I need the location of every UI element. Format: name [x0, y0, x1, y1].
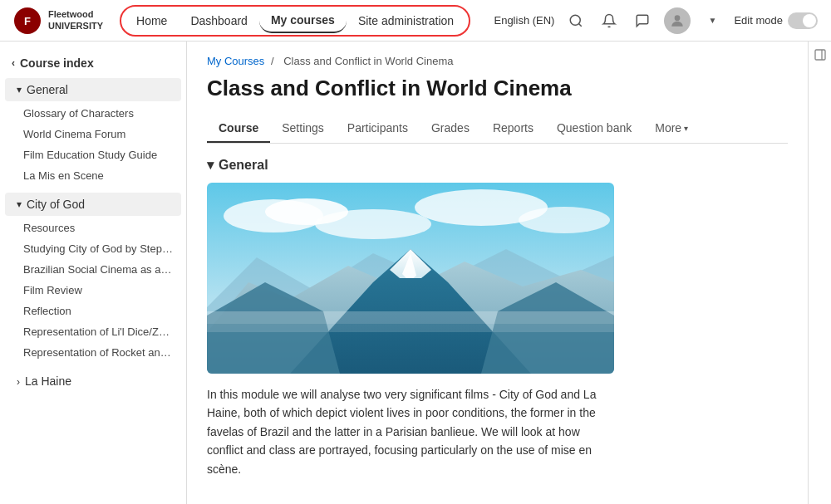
section-la-haine-label: La Haine	[25, 374, 71, 388]
main-content: My Courses / Class and Conflict in World…	[187, 42, 808, 504]
breadcrumb: My Courses / Class and Conflict in World…	[207, 55, 788, 67]
sidebar-item-brazilian[interactable]: Brazilian Social Cinema as act ...	[0, 259, 186, 280]
sidebar-item-glossary[interactable]: Glossary of Characters	[0, 103, 186, 124]
university-logo-icon: F	[13, 7, 42, 35]
general-section-chevron-icon: ▾	[207, 157, 214, 173]
main-nav: Home Dashboard My courses Site administr…	[120, 5, 470, 37]
sidebar-item-reflection[interactable]: Reflection	[0, 301, 186, 321]
header: F Fleetwood UNIVERSITY Home Dashboard My…	[0, 0, 831, 42]
tab-participants[interactable]: Participants	[336, 115, 420, 143]
sidebar-item-representation-rocket[interactable]: Representation of Rocket and B...	[0, 342, 186, 363]
tab-question-bank[interactable]: Question bank	[545, 115, 643, 143]
general-chevron-icon: ▾	[17, 84, 22, 95]
nav-site-administration[interactable]: Site administration	[347, 9, 465, 32]
sidebar-item-resources[interactable]: Resources	[0, 218, 186, 238]
sidebar-item-studying[interactable]: Studying City of God by Stepha...	[0, 238, 186, 259]
svg-point-2	[571, 15, 581, 25]
messages-button[interactable]	[631, 9, 654, 32]
logo-text: Fleetwood UNIVERSITY	[48, 9, 103, 31]
svg-text:F: F	[24, 15, 31, 27]
svg-rect-18	[207, 311, 614, 324]
svg-rect-20	[815, 50, 825, 60]
search-button[interactable]	[564, 9, 588, 32]
user-menu-chevron[interactable]: ▼	[701, 9, 724, 32]
panel-icon	[814, 48, 827, 61]
course-image	[207, 183, 614, 374]
nav-my-courses[interactable]: My courses	[259, 8, 347, 33]
mountain-image-svg	[207, 183, 614, 374]
svg-line-3	[579, 23, 582, 26]
nav-home[interactable]: Home	[125, 9, 179, 32]
tab-more-chevron-icon: ▾	[684, 124, 688, 133]
course-tabs: Course Settings Participants Grades Repo…	[207, 115, 788, 144]
la-haine-chevron-icon: ›	[17, 374, 20, 388]
tab-course[interactable]: Course	[207, 115, 270, 143]
breadcrumb-my-courses[interactable]: My Courses	[207, 55, 264, 67]
sidebar-item-film-review[interactable]: Film Review	[0, 280, 186, 301]
tab-settings[interactable]: Settings	[270, 115, 336, 143]
section-city-of-god[interactable]: ▾ City of God	[5, 193, 181, 216]
logo[interactable]: F Fleetwood UNIVERSITY	[13, 7, 103, 35]
sidebar-item-representation-dice[interactable]: Representation of Li'l Dice/ZéQ...	[0, 321, 186, 342]
notifications-button[interactable]	[597, 9, 621, 32]
svg-point-4	[675, 15, 681, 21]
course-index-chevron-icon: ‹	[12, 57, 15, 69]
sidebar: ‹ Course index ▾ General Glossary of Cha…	[0, 42, 187, 504]
course-description: In this module we will analyse two very …	[207, 385, 614, 478]
nav-dashboard[interactable]: Dashboard	[179, 9, 259, 32]
tab-reports[interactable]: Reports	[481, 115, 545, 143]
section-general[interactable]: ▾ General	[5, 78, 181, 101]
sidebar-item-forum[interactable]: World Cinema Forum	[0, 124, 186, 144]
sidebar-item-mise-en-scene[interactable]: La Mis en Scene	[0, 165, 186, 186]
right-panel-toggle[interactable]	[808, 42, 831, 504]
tab-more[interactable]: More ▾	[643, 115, 700, 143]
edit-mode-toggle[interactable]: Edit mode	[734, 12, 818, 29]
city-of-god-chevron-icon: ▾	[17, 198, 22, 210]
user-avatar[interactable]	[664, 7, 691, 34]
language-selector[interactable]: English (EN)	[494, 14, 554, 27]
general-section-title: General	[219, 158, 268, 173]
breadcrumb-separator: /	[271, 55, 274, 67]
course-index-header[interactable]: ‹ Course index	[0, 50, 186, 76]
tab-grades[interactable]: Grades	[420, 115, 481, 143]
header-right: English (EN) ▼ Edit mode	[494, 7, 818, 34]
course-index-label: Course index	[20, 56, 94, 70]
section-general-label: General	[27, 83, 68, 96]
section-la-haine[interactable]: › La Haine	[5, 369, 181, 393]
svg-point-10	[519, 207, 610, 233]
svg-point-8	[315, 209, 431, 239]
breadcrumb-current: Class and Conflict in World Cinema	[283, 55, 453, 67]
toggle-knob	[803, 14, 816, 27]
page-title: Class and Conflict in World Cinema	[207, 76, 788, 101]
main-layout: ‹ Course index ▾ General Glossary of Cha…	[0, 42, 831, 504]
section-city-of-god-label: City of God	[27, 198, 85, 211]
sidebar-item-study-guide[interactable]: Film Education Study Guide	[0, 144, 186, 165]
svg-rect-19	[207, 324, 614, 332]
general-section-header[interactable]: ▾ General	[207, 157, 788, 173]
edit-mode-switch[interactable]	[788, 12, 818, 29]
